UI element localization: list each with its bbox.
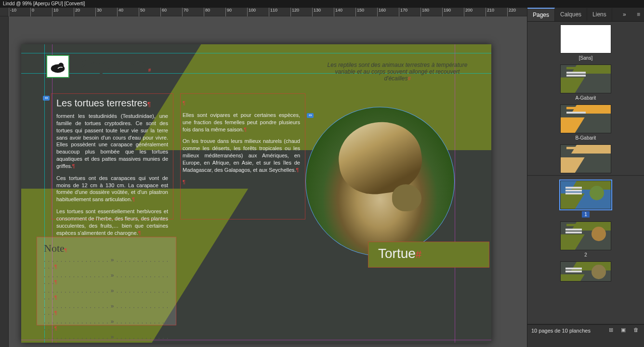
heading-text: Reptiles	[74, 54, 148, 76]
ruler-tick: 80	[204, 8, 210, 16]
caption-text: Tortue	[378, 246, 416, 261]
ruler-tick: 220	[507, 8, 516, 16]
ruler-tick: 180	[421, 8, 429, 16]
ruler-tick: 100	[247, 8, 256, 16]
panel-status-bar: 10 pages de 10 planches ⊞ ▣ 🗑	[527, 324, 644, 336]
hidden-char-marker: #	[407, 76, 410, 81]
logo-icon	[47, 56, 68, 77]
note-dotted-line: . . . . . . . . . . . . . . . . » . . . …	[44, 272, 169, 285]
hidden-char-marker: #	[148, 67, 152, 73]
ruler-tick: 150	[355, 8, 364, 16]
logo-frame[interactable]	[46, 55, 69, 78]
note-dotted-line: . . . . . . . . . . . . . . . . » . . . …	[44, 257, 169, 270]
panel-tabs: Pages Calques Liens » ≡	[527, 8, 644, 22]
ruler-tick: 120	[290, 8, 299, 16]
new-page-icon[interactable]: ▣	[619, 327, 628, 334]
master-a-label: A-Gabarit	[527, 95, 644, 101]
ruler-tick: 190	[442, 8, 451, 16]
ruler-tick: 160	[377, 8, 386, 16]
panel-flyout-icon[interactable]: »	[619, 9, 630, 20]
page-2-label: 2	[527, 252, 644, 257]
note-dotted-line: . . . . . . . . . . . . . . . . » . . . …	[44, 303, 169, 316]
tab-pages[interactable]: Pages	[527, 8, 555, 21]
note-dotted-line: . . . . . . . . . . . . . . . . » . . . …	[44, 287, 169, 301]
ruler-tick: 40	[117, 8, 123, 16]
note-dotted-line: . . . . . . . . . . . . . . . . » . . . …	[44, 318, 169, 332]
note-title: Note¶	[44, 242, 169, 255]
page-heading[interactable]: Reptiles#	[74, 54, 152, 77]
note-frame[interactable]: Note¶ . . . . . . . . . . . . . . . . » …	[37, 237, 176, 325]
horizontal-ruler[interactable]: -100102030405060708090100110120130140150…	[9, 8, 527, 16]
text-frame-col1[interactable]: ⇔ Les tortues terrestres¶ forment les te…	[51, 93, 173, 219]
master-none-label: [Sans]	[527, 55, 644, 61]
ruler-origin[interactable]	[0, 8, 9, 16]
image-frame-circle[interactable]	[305, 107, 455, 256]
article-title: Les tortues terrestres¶	[56, 98, 168, 109]
edit-page-size-icon[interactable]: ⊞	[606, 327, 615, 334]
page-spread[interactable]: Reptiles# Les reptiles sont des animaux …	[21, 44, 491, 343]
body-text-col2: ¶ Elles sont ovipares et pour certaines …	[183, 100, 300, 185]
page-3-thumb[interactable]: A	[560, 261, 611, 282]
ruler-tick: 130	[312, 8, 321, 16]
ruler-tick: 20	[74, 8, 80, 16]
text-frame-col2[interactable]: ⇔ ¶ Elles sont ovipares et pour certaine…	[180, 93, 305, 219]
ruler-tick: 90	[225, 8, 232, 16]
ruler-tick: 200	[464, 8, 473, 16]
document-canvas[interactable]: -100102030405060708090100110120130140150…	[0, 8, 527, 347]
body-text-col1: forment les testudinidés (Testudinidae),…	[56, 113, 168, 237]
turtle-head-placeholder	[392, 184, 422, 211]
subheading-text: Les reptiles sont des animaux terrestres…	[328, 62, 468, 82]
pages-panel: Pages Calques Liens » ≡ [Sans] A-Gabarit	[527, 8, 644, 347]
page-count-label: 10 pages de 10 planches	[531, 328, 591, 334]
master-a-thumb[interactable]	[560, 64, 611, 93]
ruler-tick: 170	[399, 8, 407, 16]
page-1-label: 1	[527, 211, 644, 218]
panel-body[interactable]: [Sans] A-Gabarit B-Gabarit A	[527, 22, 644, 324]
page-1-thumb[interactable]: A	[560, 180, 611, 209]
ruler-tick: 70	[182, 8, 188, 16]
page-2-thumb[interactable]: A	[560, 221, 611, 250]
master-b-label: B-Gabarit	[527, 135, 644, 141]
hidden-char-marker: #	[416, 248, 421, 260]
ruler-tick: 30	[95, 8, 102, 16]
master-none-thumb[interactable]	[560, 25, 611, 53]
ruler-tick: 10	[52, 8, 58, 16]
vertical-ruler[interactable]	[0, 8, 9, 347]
delete-page-icon[interactable]: 🗑	[631, 327, 640, 334]
master-c-thumb[interactable]	[560, 144, 611, 173]
ruler-tick: 50	[139, 8, 145, 16]
tab-layers[interactable]: Calques	[555, 8, 587, 21]
ruler-tick: 140	[334, 8, 342, 16]
ruler-tick: 210	[486, 8, 494, 16]
ruler-tick: 0	[30, 8, 34, 16]
ruler-tick: 110	[269, 8, 277, 16]
note-dotted-line: . . . . . . . . . . . . . . . . » . . . …	[44, 334, 169, 343]
tab-links[interactable]: Liens	[587, 8, 612, 21]
out-port-icon[interactable]: ⇔	[307, 113, 314, 118]
in-port-icon[interactable]: ⇔	[43, 96, 50, 101]
image-caption[interactable]: Tortue#	[368, 242, 489, 268]
panel-menu-icon[interactable]: ≡	[637, 9, 644, 20]
ruler-tick: 60	[160, 8, 167, 16]
ruler-tick: -10	[9, 8, 16, 16]
window-titlebar: Lindd @ 99% [Aperçu GPU] [Converti]	[0, 0, 644, 8]
master-b-thumb[interactable]	[560, 104, 611, 133]
page-subheading[interactable]: Les reptiles sont des animaux terrestres…	[323, 62, 472, 82]
